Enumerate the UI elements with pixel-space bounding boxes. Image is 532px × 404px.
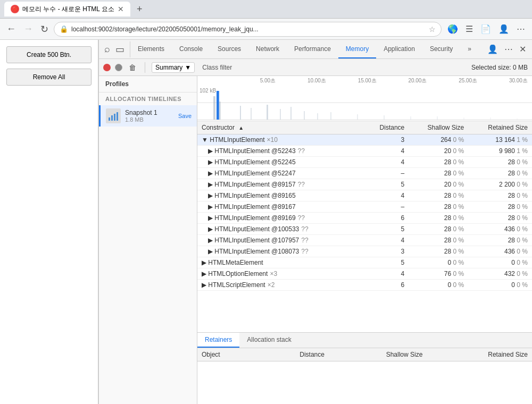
favorites-btn[interactable]: ☰: [463, 22, 476, 36]
page-area: Create 500 Btn. Remove All ⌕ ▭ Elements …: [0, 40, 532, 404]
bottom-table: Object Distance Shallow Size Retained Si…: [197, 348, 532, 361]
settings-btn[interactable]: ⋯: [514, 22, 528, 36]
tab-console[interactable]: Console: [172, 40, 210, 58]
col-retained[interactable]: Retained Size: [468, 121, 532, 134]
timeline-canvas: [197, 86, 532, 121]
devtools-user-btn[interactable]: 👤: [485, 43, 501, 56]
bottom-tab-retainers[interactable]: Retainers: [197, 333, 239, 348]
address-bar[interactable]: 🔒 localhost:9002/storage/lecture/2020050…: [54, 22, 442, 37]
cell-shallow: 28 0 %: [409, 213, 468, 224]
snapshot-item[interactable]: Snapshot 1 1.8 MB Save: [99, 105, 197, 127]
cell-distance: 6: [365, 280, 409, 291]
clear-btn[interactable]: 🗑: [127, 62, 138, 73]
cell-shallow: 28 0 %: [409, 235, 468, 246]
tab-title: 메모리 누수 - 새로운 HTML 요소: [22, 5, 114, 14]
svg-rect-3: [117, 112, 118, 121]
table-row[interactable]: ▶ HTMLInputElement @52245 4 28 0 % 28 0 …: [197, 157, 532, 168]
cell-retained: 28 0 %: [468, 157, 532, 168]
tab-sources[interactable]: Sources: [210, 40, 248, 58]
forward-btn[interactable]: →: [21, 21, 35, 37]
cell-retained: 9 980 1 %: [468, 146, 532, 157]
cell-retained: 436 0 %: [468, 246, 532, 257]
tab-more[interactable]: »: [460, 40, 479, 58]
cursor-icon[interactable]: ⌕: [102, 41, 112, 57]
svg-rect-17: [357, 114, 358, 120]
address-text: localhost:9002/storage/lecture/202005050…: [71, 26, 426, 33]
save-link[interactable]: Save: [178, 113, 192, 119]
devtools-content: Profiles ALLOCATION TIMELINES Snapshot 1…: [99, 76, 532, 404]
cell-shallow: 20 0 %: [409, 146, 468, 157]
create-btn[interactable]: Create 500 Btn.: [6, 46, 92, 63]
cell-distance: 3: [365, 134, 409, 146]
devtools-nav-icons: ⌕ ▭: [99, 41, 130, 57]
devtools-right-icons: 👤 ⋯ ✕: [481, 43, 532, 56]
table-row[interactable]: ▶ HTMLInputElement @100533?? 5 28 0 % 43…: [197, 224, 532, 235]
col-constructor[interactable]: Constructor ▲: [197, 121, 365, 134]
svg-rect-22: [490, 117, 491, 120]
cell-shallow: 76 0 %: [409, 268, 468, 280]
cell-constructor: ▶ HTMLInputElement @52243??: [197, 146, 365, 157]
collections-btn[interactable]: 📄: [478, 22, 494, 36]
svg-rect-10: [251, 108, 252, 120]
new-tab-btn[interactable]: +: [134, 3, 146, 16]
reload-btn[interactable]: ↻: [38, 21, 51, 37]
table-row[interactable]: ▶ HTMLInputElement @107957?? 4 28 0 % 28…: [197, 235, 532, 246]
cell-constructor: ▶ HTMLInputElement @100533??: [197, 224, 365, 235]
devtools-close-btn[interactable]: ✕: [517, 43, 529, 56]
tab-close-btn[interactable]: ✕: [118, 5, 124, 13]
table-row[interactable]: ▶ HTMLInputElement @52247 – 28 0 % 28 0 …: [197, 168, 532, 179]
table-row[interactable]: ▶ HTMLMetaElement 5 0 0 % 0 0 %: [197, 257, 532, 268]
t-label-4: 20.00초: [408, 77, 427, 85]
translate-btn[interactable]: 🌎: [445, 22, 461, 36]
col-distance[interactable]: Distance: [365, 121, 409, 134]
svg-rect-16: [330, 112, 331, 120]
class-filter[interactable]: Class filter: [199, 63, 235, 72]
snapshot-info: Snapshot 1 1.8 MB: [125, 109, 174, 123]
snapshot-name: Snapshot 1: [125, 109, 174, 116]
table-row[interactable]: ▶ HTMLInputElement @108073?? 3 28 0 % 43…: [197, 246, 532, 257]
t-label-3: 15.00초: [358, 77, 377, 85]
remove-btn[interactable]: Remove All: [6, 69, 92, 86]
cell-shallow: 28 0 %: [409, 190, 468, 201]
browser-tab[interactable]: 🔴 메모리 누수 - 새로운 HTML 요소 ✕: [4, 2, 130, 16]
svg-rect-15: [317, 113, 318, 120]
svg-rect-23: [517, 119, 518, 120]
snapshot-size: 1.8 MB: [125, 116, 174, 123]
table-row[interactable]: ▶ HTMLOptionElement×3 4 76 0 % 432 0 %: [197, 268, 532, 280]
col-shallow[interactable]: Shallow Size: [409, 121, 468, 134]
cell-shallow: 28 0 %: [409, 246, 468, 257]
table-row[interactable]: ▼ HTMLInputElement×10 3 264 0 % 13 164 1…: [197, 134, 532, 146]
svg-rect-20: [437, 116, 438, 120]
class-filter-label: Class filter: [202, 64, 232, 71]
table-row[interactable]: ▶ HTMLInputElement @52243?? 4 20 0 % 9 9…: [197, 146, 532, 157]
cell-constructor: ▶ HTMLInputElement @89157??: [197, 179, 365, 190]
table-row[interactable]: ▶ HTMLInputElement @89157?? 5 20 0 % 2 2…: [197, 179, 532, 190]
table-row[interactable]: ▶ HTMLScriptElement×2 6 0 0 % 0 0 %: [197, 280, 532, 291]
tab-security[interactable]: Security: [422, 40, 460, 58]
bottom-col-distance: Distance: [256, 348, 329, 361]
bottom-col-shallow: Shallow Size: [329, 348, 427, 361]
svg-rect-13: [290, 107, 292, 120]
record-btn[interactable]: [103, 64, 111, 71]
table-row[interactable]: ▶ HTMLInputElement @89165 4 28 0 % 28 0 …: [197, 190, 532, 201]
devtools-more-btn[interactable]: ⋯: [502, 43, 516, 56]
tab-performance[interactable]: Performance: [287, 40, 338, 58]
selected-size: Selected size: 0 MB: [471, 64, 528, 71]
profile-btn[interactable]: 👤: [496, 22, 512, 36]
tab-application[interactable]: Application: [376, 40, 422, 58]
device-icon[interactable]: ▭: [113, 41, 127, 57]
summary-filter[interactable]: Summary ▼: [152, 62, 195, 73]
bottom-tab-alloc[interactable]: Allocation stack: [239, 333, 298, 348]
tab-network[interactable]: Network: [248, 40, 287, 58]
tab-elements[interactable]: Elements: [130, 40, 172, 58]
cell-retained: 432 0 %: [468, 268, 532, 280]
toolbar-icons: 🌎 ☰ 📄 👤 ⋯: [445, 22, 528, 36]
stop-btn[interactable]: [115, 64, 122, 71]
back-btn[interactable]: ←: [4, 21, 18, 37]
table-row[interactable]: ▶ HTMLInputElement @89167 – 28 0 % 28 0 …: [197, 201, 532, 213]
cell-constructor: ▶ HTMLMetaElement: [197, 257, 365, 268]
table-row[interactable]: ▶ HTMLInputElement @89169?? 6 28 0 % 28 …: [197, 213, 532, 224]
table-area: Constructor ▲ Distance Shallow Size Reta…: [197, 121, 532, 332]
cell-retained: 13 164 1 %: [468, 134, 532, 146]
tab-memory[interactable]: Memory: [338, 40, 376, 58]
